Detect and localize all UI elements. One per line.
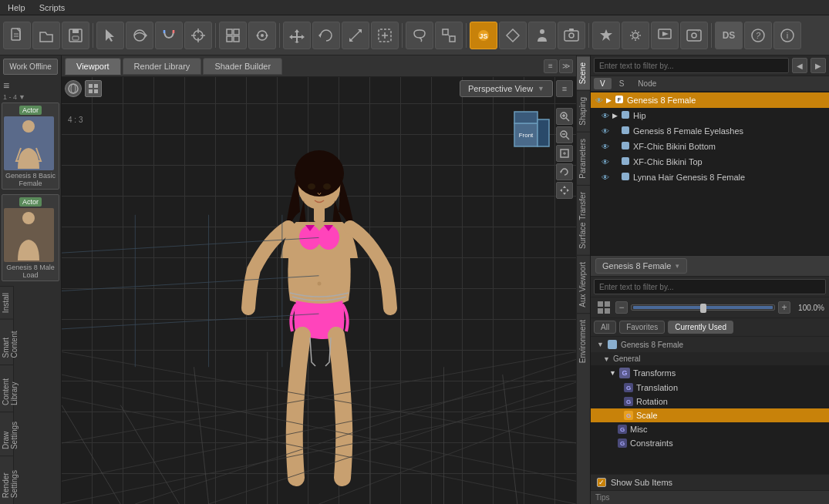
tips-bar: Tips	[591, 490, 829, 504]
perspective-view-btn[interactable]: Perspective View ▼	[460, 80, 553, 97]
toolbar-gear[interactable]	[622, 22, 649, 49]
toolbar-transform[interactable]	[435, 22, 463, 49]
sidebar-render-settings-tab[interactable]: Render Settings	[0, 455, 13, 504]
toolbar-orange[interactable]: JS	[470, 22, 497, 49]
params-scale[interactable]: ▶ G Scale	[591, 408, 829, 422]
scene-item-bikini-bottom[interactable]: 👁 ▶ XF-Chic Bikini Bottom	[591, 139, 829, 154]
toolbar-star[interactable]	[592, 22, 620, 49]
sidebar-draw-settings-tab[interactable]: Draw Settings	[0, 412, 13, 455]
show-sub-items-row[interactable]: ✓ Show Sub Items	[591, 474, 829, 490]
toolbar-diamond[interactable]	[499, 22, 527, 49]
eye-icon-hip: 👁	[602, 112, 609, 120]
environment-tab[interactable]: Environment	[577, 313, 590, 369]
svg-point-23	[266, 34, 268, 36]
params-translation[interactable]: ▶ G Translation	[591, 381, 829, 395]
params-search-input[interactable]	[594, 279, 826, 294]
show-sub-items-checkbox[interactable]: ✓	[597, 478, 606, 487]
params-filter-currently-used[interactable]: Currently Used	[668, 321, 733, 334]
sidebar-smart-content-tab[interactable]: Smart Content	[0, 319, 13, 365]
toolbar-select2[interactable]	[371, 22, 399, 49]
sidebar-install-tab[interactable]: Install	[0, 286, 13, 319]
scale-slider[interactable]	[631, 304, 775, 311]
params-filter-favorites[interactable]: Favorites	[619, 321, 665, 334]
toolbar-move[interactable]	[283, 22, 311, 49]
actor-card-1[interactable]: Actor Genesis 8 Basic Female	[2, 102, 59, 190]
toolbar-screenshot[interactable]	[680, 22, 708, 49]
scene-search-prev[interactable]: ◀	[792, 58, 807, 73]
perspective-dropdown-arrow: ▼	[538, 85, 544, 92]
viewport-tab-icon-right[interactable]: ≫	[559, 59, 573, 73]
tab-render-library[interactable]: Render Library	[123, 58, 202, 75]
toolbar-save[interactable]	[62, 22, 89, 49]
toolbar-info[interactable]: i	[773, 22, 801, 49]
scale-minus-btn[interactable]: −	[615, 301, 628, 314]
nav-cube[interactable]: Front	[499, 108, 553, 162]
params-constraints[interactable]: ▶ G Constraints	[591, 436, 829, 450]
toolbar-lasso[interactable]	[406, 22, 433, 49]
toolbar-render-btn[interactable]	[651, 22, 679, 49]
svg-rect-19	[234, 36, 239, 42]
toolbar-photo[interactable]	[558, 22, 585, 49]
toolbar-scale-tool[interactable]	[342, 22, 369, 49]
scene-item-bikini-top[interactable]: 👁 ▶ XF-Chic Bikini Top	[591, 154, 829, 170]
shaping-tab[interactable]: Shaping	[577, 90, 590, 132]
scene-item-genesis8f[interactable]: 👁 ▶ F Genesis 8 Female	[591, 92, 829, 108]
params-label-misc: Misc	[630, 425, 648, 434]
params-filter-all[interactable]: All	[594, 321, 616, 334]
toolbar-select-arrow[interactable]	[96, 22, 124, 49]
toolbar-dots[interactable]	[248, 22, 276, 49]
viewport-frame-all[interactable]	[556, 145, 573, 162]
sidebar-content-library-tab[interactable]: Content Library	[0, 365, 13, 412]
toolbar-rotate[interactable]	[312, 22, 340, 49]
params-rotation[interactable]: ▶ G Rotation	[591, 395, 829, 408]
surface-transfer-tab[interactable]: Surface Transfer	[577, 185, 590, 255]
svg-rect-58	[94, 84, 98, 88]
viewport-pan[interactable]	[556, 182, 573, 199]
toolbar-open[interactable]	[32, 22, 60, 49]
params-general[interactable]: ▼ General	[591, 352, 829, 365]
tab-viewport[interactable]: Viewport	[65, 58, 121, 75]
viewport-icon-grid[interactable]	[85, 80, 102, 97]
svg-point-53	[22, 120, 35, 133]
parameters-tab[interactable]: Parameters	[577, 132, 590, 185]
scene-item-eyelashes[interactable]: 👁 ▶ Genesis 8 Female Eyelashes	[591, 123, 829, 139]
viewport-zoom-in[interactable]	[556, 108, 573, 125]
pagination-dropdown[interactable]: ▼	[19, 93, 25, 101]
scene-item-hair[interactable]: 👁 ▶ Lynna Hair Genesis 8 Female	[591, 170, 829, 185]
scene-node-tab[interactable]: Node	[632, 78, 662, 89]
right-vertical-tabs: Scene Shaping Parameters Surface Transfe…	[576, 55, 590, 504]
scene-s-tab[interactable]: S	[613, 78, 631, 89]
viewport-rotate-view[interactable]	[556, 163, 573, 180]
scene-search-input[interactable]	[594, 58, 789, 73]
toolbar-person[interactable]	[528, 22, 556, 49]
scene-item-hip[interactable]: 👁 ▶ Hip	[591, 108, 829, 123]
work-offline-btn[interactable]: Work Offline	[3, 59, 58, 75]
toolbar-rotate-view[interactable]	[126, 22, 153, 49]
tab-shader-builder[interactable]: Shader Builder	[203, 58, 282, 75]
scene-tab[interactable]: Scene	[577, 55, 590, 90]
aux-viewport-tab[interactable]: Aux Viewport	[577, 255, 590, 314]
sidebar-chevron[interactable]: ≡	[3, 79, 9, 92]
params-genesis8f-root[interactable]: ▼ Genesis 8 Female	[591, 337, 829, 352]
menu-scripts[interactable]: Scripts	[36, 3, 69, 12]
params-misc[interactable]: ▶ G Misc	[591, 422, 829, 436]
params-subject-dropdown[interactable]: Genesis 8 Female ▼	[595, 258, 687, 274]
viewport-zoom-out[interactable]	[556, 126, 573, 143]
menu-help[interactable]: Help	[5, 3, 29, 12]
viewport-icon-sphere[interactable]	[65, 80, 82, 97]
toolbar-grid[interactable]	[219, 22, 247, 49]
svg-marker-6	[106, 29, 114, 42]
toolbar-ds-icon[interactable]: DS	[715, 22, 743, 49]
scene-label-eyelashes: Genesis 8 Female Eyelashes	[633, 126, 743, 136]
viewport-tab-icon-left[interactable]: ≡	[544, 59, 558, 73]
toolbar-crosshair[interactable]	[184, 22, 212, 49]
viewport-expand-btn[interactable]: ≡	[556, 80, 573, 97]
actor-card-2[interactable]: Actor Genesis 8 Male Load	[2, 194, 59, 281]
scene-v-tab[interactable]: V	[594, 78, 612, 89]
toolbar-magnet[interactable]	[155, 22, 183, 49]
scene-search-next[interactable]: ▶	[810, 58, 826, 73]
toolbar-help-icon[interactable]: ?	[744, 22, 772, 49]
toolbar-new[interactable]	[3, 22, 31, 49]
params-transforms[interactable]: ▼ G Transforms	[591, 365, 829, 381]
scale-plus-btn[interactable]: +	[778, 301, 790, 314]
